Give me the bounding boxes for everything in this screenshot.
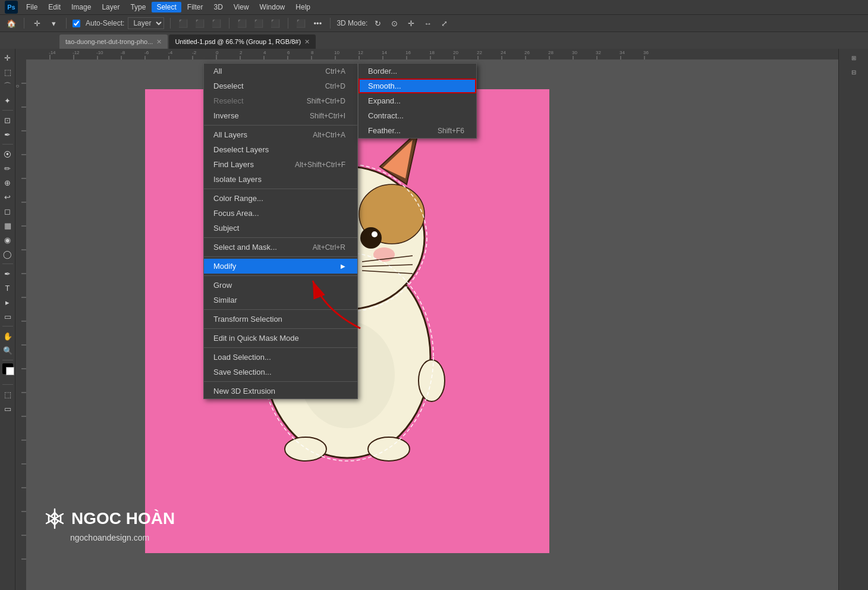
menu-view[interactable]: View xyxy=(229,2,254,12)
menu-item-color-range[interactable]: Color Range... xyxy=(204,191,357,206)
3d-pan-icon[interactable]: ✛ xyxy=(404,17,417,30)
menu-item-border[interactable]: Border... xyxy=(358,64,476,79)
menu-item-transform-selection[interactable]: Transform Selection xyxy=(204,312,357,327)
eraser-tool[interactable]: ◻ xyxy=(1,205,14,218)
align-bottom-icon[interactable]: ⬛ xyxy=(210,17,223,30)
svg-point-101 xyxy=(285,437,326,461)
align-top-icon[interactable]: ⬛ xyxy=(177,17,190,30)
menu-item-all-layers[interactable]: All Layers Alt+Ctrl+A xyxy=(204,127,357,142)
lasso-tool[interactable]: ⌒ xyxy=(1,80,14,93)
watermark-name: NGOC HOÀN xyxy=(71,509,175,528)
menu-select[interactable]: Select xyxy=(152,2,181,12)
svg-text:24: 24 xyxy=(501,50,506,55)
menu-help[interactable]: Help xyxy=(291,2,315,12)
3d-slide-icon[interactable]: ↔ xyxy=(421,17,434,30)
menu-item-edit-quick-mask[interactable]: Edit in Quick Mask Mode xyxy=(204,331,357,346)
watermark: NGOC HOÀN ngochoandesign.com xyxy=(44,508,175,542)
menu-item-deselect[interactable]: Deselect Ctrl+D xyxy=(204,79,357,93)
menu-item-isolate-layers[interactable]: Isolate Layers xyxy=(204,172,357,187)
align-vert-icon[interactable]: ⬛ xyxy=(193,17,206,30)
blur-tool[interactable]: ◉ xyxy=(1,233,14,246)
menu-item-deselect-layers[interactable]: Deselect Layers xyxy=(204,142,357,157)
menu-window[interactable]: Window xyxy=(255,2,290,12)
menu-image[interactable]: Image xyxy=(67,2,96,12)
home-icon[interactable]: 🏠 xyxy=(5,17,18,30)
right-panel-btn1[interactable]: ⊞ xyxy=(847,51,860,64)
spot-heal-tool[interactable]: ⦿ xyxy=(1,148,14,161)
svg-text:22: 22 xyxy=(477,50,482,55)
move-options-icon[interactable]: ▾ xyxy=(47,17,60,30)
svg-rect-53 xyxy=(15,59,26,590)
screen-mode-btn[interactable]: ▭ xyxy=(1,402,14,415)
svg-text:-14: -14 xyxy=(49,50,56,55)
more-options-icon[interactable]: ••• xyxy=(311,17,324,30)
pen-tool[interactable]: ✒ xyxy=(1,267,14,280)
menu-layer[interactable]: Layer xyxy=(97,2,124,12)
svg-text:2: 2 xyxy=(240,50,243,55)
shape-tool[interactable]: ▭ xyxy=(1,310,14,323)
left-toolbar: ✛ ⬚ ⌒ ✦ ⊡ ✒ ⦿ ✏ ⊕ ↩ ◻ ▦ ◉ ◯ ✒ T ▸ ▭ ✋ 🔍 … xyxy=(0,49,15,590)
modify-arrow-icon: ▶ xyxy=(341,263,345,269)
rectangle-select-tool[interactable]: ⬚ xyxy=(1,65,14,79)
3d-orbit-icon[interactable]: ⊙ xyxy=(388,17,401,30)
zoom-tool[interactable]: 🔍 xyxy=(1,344,14,357)
menu-item-save-selection[interactable]: Save Selection... xyxy=(204,365,357,379)
menu-item-grow[interactable]: Grow xyxy=(204,278,357,293)
menu-item-smooth[interactable]: Smooth... xyxy=(358,79,476,93)
crop-tool[interactable]: ⊡ xyxy=(1,114,14,127)
distribute-icon[interactable]: ⬛ xyxy=(294,17,307,30)
menu-type[interactable]: Type xyxy=(125,2,150,12)
autoselect-select[interactable]: Layer xyxy=(128,17,164,29)
menu-item-contract[interactable]: Contract... xyxy=(358,108,476,123)
type-tool[interactable]: T xyxy=(1,281,14,294)
foreground-color[interactable] xyxy=(2,363,13,374)
gradient-tool[interactable]: ▦ xyxy=(1,219,14,232)
menu-item-similar[interactable]: Similar xyxy=(204,293,357,307)
main-area: ✛ ⬚ ⌒ ✦ ⊡ ✒ ⦿ ✏ ⊕ ↩ ◻ ▦ ◉ ◯ ✒ T ▸ ▭ ✋ 🔍 … xyxy=(0,49,868,590)
right-panel-btn2[interactable]: ⊟ xyxy=(847,65,860,79)
history-brush-tool[interactable]: ↩ xyxy=(1,190,14,203)
svg-text:8: 8 xyxy=(311,50,314,55)
menu-item-expand[interactable]: Expand... xyxy=(358,93,476,108)
quick-mask-btn[interactable]: ⬚ xyxy=(1,388,14,401)
tab-file2[interactable]: Untitled-1.psd @ 66.7% (Group 1, RGB/8#)… xyxy=(169,34,316,49)
menu-item-reselect[interactable]: Reselect Shift+Ctrl+D xyxy=(204,93,357,108)
ps-logo: Ps xyxy=(5,1,18,14)
menu-item-inverse[interactable]: Inverse Shift+Ctrl+I xyxy=(204,108,357,123)
magic-wand-tool[interactable]: ✦ xyxy=(1,94,14,107)
menu-filter[interactable]: Filter xyxy=(183,2,208,12)
menu-item-feather[interactable]: Feather... Shift+F6 xyxy=(358,123,476,138)
align-center-icon[interactable]: ⬛ xyxy=(252,17,265,30)
menu-file[interactable]: File xyxy=(21,2,42,12)
eyedropper-tool[interactable]: ✒ xyxy=(1,128,14,141)
align-right-icon[interactable]: ⬛ xyxy=(269,17,282,30)
tab-file1-close[interactable]: ✕ xyxy=(156,38,162,46)
align-left-icon[interactable]: ⬛ xyxy=(235,17,249,30)
menu-item-load-selection[interactable]: Load Selection... xyxy=(204,350,357,365)
svg-text:26: 26 xyxy=(524,50,530,55)
3d-scale-icon[interactable]: ⤢ xyxy=(438,17,451,30)
hand-tool[interactable]: ✋ xyxy=(1,329,14,343)
menu-3d[interactable]: 3D xyxy=(209,2,227,12)
clone-stamp-tool[interactable]: ⊕ xyxy=(1,176,14,189)
3d-rotate-icon[interactable]: ↻ xyxy=(371,17,384,30)
menu-item-modify[interactable]: Modify ▶ xyxy=(204,259,357,274)
svg-text:6: 6 xyxy=(287,50,290,55)
svg-text:4: 4 xyxy=(263,50,266,55)
menu-item-find-layers[interactable]: Find Layers Alt+Shift+Ctrl+F xyxy=(204,157,357,172)
move-tool[interactable]: ✛ xyxy=(1,51,14,64)
menu-item-select-mask[interactable]: Select and Mask... Alt+Ctrl+R xyxy=(204,240,357,255)
tab-file2-close[interactable]: ✕ xyxy=(304,38,310,46)
menu-item-focus-area[interactable]: Focus Area... xyxy=(204,206,357,221)
dodge-tool[interactable]: ◯ xyxy=(1,247,14,261)
menu-edit[interactable]: Edit xyxy=(43,2,65,12)
move-tool-icon[interactable]: ✛ xyxy=(30,17,43,30)
tab-file1[interactable]: tao-duong-net-dut-trong-pho... ✕ xyxy=(59,34,168,49)
menu-item-subject[interactable]: Subject xyxy=(204,221,357,236)
menu-item-new-3d-extrusion[interactable]: New 3D Extrusion xyxy=(204,384,357,398)
options-bar: 🏠 ✛ ▾ Auto-Select: Layer ⬛ ⬛ ⬛ ⬛ ⬛ ⬛ ⬛ •… xyxy=(0,14,868,32)
brush-tool[interactable]: ✏ xyxy=(1,162,14,175)
autoselect-checkbox[interactable] xyxy=(73,20,80,27)
menu-item-all[interactable]: All Ctrl+A xyxy=(204,64,357,79)
path-select-tool[interactable]: ▸ xyxy=(1,296,14,309)
